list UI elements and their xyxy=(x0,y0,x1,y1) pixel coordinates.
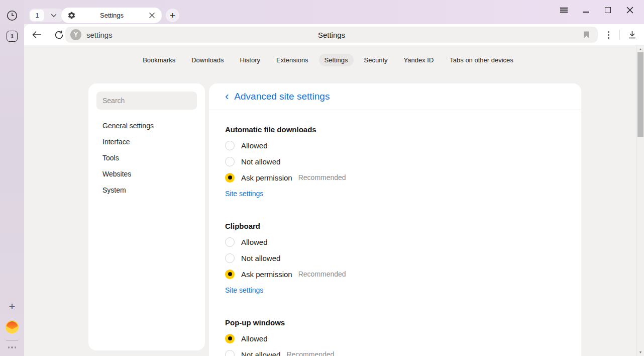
radio-selected-icon[interactable] xyxy=(225,270,235,279)
sidebar-item-system[interactable]: System xyxy=(88,182,205,198)
nav-history[interactable]: History xyxy=(235,54,266,66)
nav-yandex-id[interactable]: Yandex ID xyxy=(398,54,440,66)
back-icon[interactable] xyxy=(28,27,45,42)
nav-security[interactable]: Security xyxy=(359,54,393,66)
chevron-down-icon[interactable] xyxy=(44,14,63,18)
nav-downloads[interactable]: Downloads xyxy=(186,54,229,66)
sidebar-item-tools[interactable]: Tools xyxy=(88,150,205,166)
more-kebab-icon[interactable] xyxy=(602,27,615,42)
gear-icon xyxy=(67,11,76,20)
page-title: Settings xyxy=(65,31,598,39)
radio-option[interactable]: Ask permission Recommended xyxy=(225,169,565,186)
download-icon[interactable] xyxy=(624,27,640,42)
minimize-button[interactable] xyxy=(578,4,594,16)
tab-panel-button[interactable]: 1 xyxy=(7,31,18,42)
close-button[interactable] xyxy=(622,4,638,16)
back-header-title[interactable]: Advanced site settings xyxy=(234,91,330,102)
radio-option[interactable]: Allowed xyxy=(225,137,565,153)
radio-unselected-icon[interactable] xyxy=(225,141,235,150)
back-header[interactable]: ‹ Advanced site settings xyxy=(209,83,581,110)
yandex-mail-icon[interactable] xyxy=(6,320,19,333)
rail-add-icon[interactable]: + xyxy=(6,301,18,313)
scroll-up-icon[interactable]: ▲ xyxy=(636,47,644,51)
recommended-note: Recommended xyxy=(298,270,346,278)
tab-counter-group: 1 xyxy=(29,9,63,22)
radio-unselected-icon[interactable] xyxy=(225,237,235,247)
page-scrollbar[interactable]: ▲ ▼ xyxy=(636,45,644,356)
maximize-button[interactable] xyxy=(600,4,616,16)
scroll-down-icon[interactable]: ▼ xyxy=(636,350,644,354)
radio-selected-icon[interactable] xyxy=(225,334,235,343)
radio-label: Allowed xyxy=(241,238,268,246)
radio-label: Allowed xyxy=(241,334,268,343)
radio-label: Ask permission xyxy=(241,270,292,279)
site-favicon: Y xyxy=(70,29,81,40)
url-text: settings xyxy=(86,31,113,39)
window-controls xyxy=(556,4,638,16)
search-input[interactable] xyxy=(96,92,197,110)
radio-label: Ask permission xyxy=(241,173,292,182)
radio-option[interactable]: Not allowed Recommended xyxy=(225,346,565,356)
tab-close-icon[interactable] xyxy=(148,12,156,20)
sidebar-item-general-settings[interactable]: General settings xyxy=(88,118,205,134)
sidebar-item-interface[interactable]: Interface xyxy=(88,134,205,150)
radio-unselected-icon[interactable] xyxy=(225,253,235,263)
nav-tabs-other-devices[interactable]: Tabs on other devices xyxy=(444,54,518,66)
page-content: Bookmarks Downloads History Extensions S… xyxy=(24,45,644,356)
titlebar: 1 Settings + xyxy=(24,0,644,24)
radio-option[interactable]: Allowed xyxy=(225,234,565,250)
bookmark-flag-icon[interactable] xyxy=(580,29,593,41)
recommended-note: Recommended xyxy=(298,173,346,182)
section-title: Clipboard xyxy=(225,218,565,234)
search-box xyxy=(96,92,197,110)
tab-counter[interactable]: 1 xyxy=(30,10,44,21)
radio-label: Not allowed xyxy=(241,350,280,356)
nav-bookmarks[interactable]: Bookmarks xyxy=(137,54,181,66)
radio-label: Allowed xyxy=(241,141,268,150)
radio-option[interactable]: Not allowed xyxy=(225,250,565,266)
rail-divider xyxy=(6,340,18,341)
menu-hamburger-icon[interactable] xyxy=(556,4,572,16)
radio-label: Not allowed xyxy=(241,157,280,166)
recommended-note: Recommended xyxy=(286,350,334,356)
rail-more-icon[interactable] xyxy=(6,345,19,350)
sidebar-item-websites[interactable]: Websites xyxy=(88,166,205,182)
radio-option[interactable]: Allowed xyxy=(225,330,565,346)
new-tab-button[interactable]: + xyxy=(166,9,179,22)
settings-main-panel: ‹ Advanced site settings Automatic file … xyxy=(209,83,581,356)
address-toolbar: Y settings Settings xyxy=(24,24,644,45)
back-chevron-icon[interactable]: ‹ xyxy=(225,92,229,102)
tab-settings[interactable]: Settings xyxy=(61,8,162,23)
nav-settings[interactable]: Settings xyxy=(319,54,354,66)
radio-selected-icon[interactable] xyxy=(225,173,235,183)
radio-option[interactable]: Ask permission Recommended xyxy=(225,266,565,282)
radio-label: Not allowed xyxy=(241,254,280,262)
url-bar[interactable]: Y settings Settings xyxy=(65,27,598,43)
tab-title: Settings xyxy=(76,12,148,19)
nav-extensions[interactable]: Extensions xyxy=(271,54,314,66)
history-clock-icon[interactable] xyxy=(7,10,18,21)
left-rail: 1 + xyxy=(0,0,24,356)
site-settings-link[interactable]: Site settings xyxy=(225,190,263,198)
scrollbar-thumb[interactable] xyxy=(637,52,643,137)
section-title: Automatic file downloads xyxy=(225,121,565,137)
toolbar-divider xyxy=(619,30,620,40)
radio-unselected-icon[interactable] xyxy=(225,157,235,166)
settings-sidebar: General settings Interface Tools Website… xyxy=(88,83,205,350)
settings-nav: Bookmarks Downloads History Extensions S… xyxy=(24,54,632,66)
section-title: Pop-up windows xyxy=(225,314,565,330)
radio-option[interactable]: Not allowed xyxy=(225,153,565,169)
site-settings-link[interactable]: Site settings xyxy=(225,286,263,294)
radio-unselected-icon[interactable] xyxy=(225,350,235,356)
reload-icon[interactable] xyxy=(50,27,67,42)
